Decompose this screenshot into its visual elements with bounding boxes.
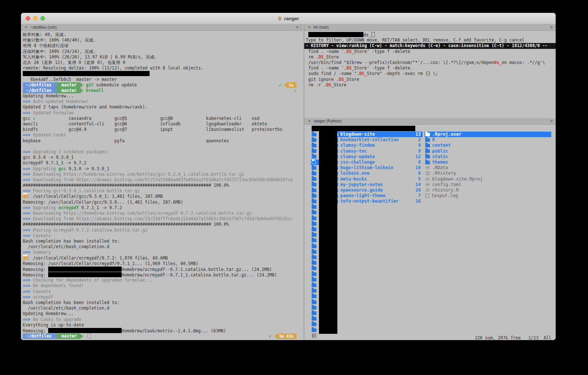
- terminal-text: Homebrew/ocrmypdf--9.7.1.catalina.bottle…: [122, 267, 272, 272]
- terminal-line: bindfs gcc@4.9 gcc@7 ipopt libuninamesli…: [23, 127, 303, 132]
- folder-icon: [312, 267, 316, 270]
- directory-row[interactable]: hugo-lithium-loikein10: [333, 165, 423, 171]
- terminal-line: ==> Updated Formulae: [23, 110, 303, 116]
- file-name: texput.log: [431, 193, 458, 199]
- pane-menu-icon[interactable]: ≡: [296, 24, 298, 31]
- pane-menu-icon[interactable]: ≡: [550, 24, 553, 31]
- terminal-text: gcc: [23, 116, 33, 121]
- window-titlebar[interactable]: ranger: [21, 13, 556, 24]
- terminal-text: [306, 32, 308, 38]
- directory-row[interactable]: clumsy-toc9: [333, 149, 423, 154]
- pane-menu-icon[interactable]: ≡: [550, 118, 553, 125]
- prompt-git-branch: master: [58, 333, 80, 339]
- terminal-text: rm .: [306, 54, 319, 60]
- directory-row[interactable]: css-challenge8: [333, 160, 423, 165]
- directory-row[interactable]: opensource.guide28: [333, 188, 423, 193]
- folder-icon: [312, 278, 316, 282]
- terminal-text: bindfs gcc@4.9 gcc@7 ipopt libuninamesli…: [23, 127, 282, 132]
- directory-row[interactable]: my-jupyter-notes14: [333, 182, 423, 188]
- pane-close-icon[interactable]: ✕: [308, 25, 311, 29]
- preview-row[interactable]: rhistory.R: [424, 188, 551, 193]
- folder-icon: [312, 317, 316, 321]
- terminal-text: on macos: .*//g'\: [502, 60, 545, 65]
- directory-row[interactable]: clumsy-update12: [333, 154, 423, 160]
- terminal-text: Store: [334, 82, 347, 88]
- terminal-line: Bash completion has been installed to:: [23, 300, 303, 306]
- terminal-line: ==> Pouring gcc-9.3.0_1.catalina.bottle.…: [23, 188, 303, 194]
- file-name: blogdown-site.Rproj: [432, 176, 483, 182]
- terminal-text: ds_: [363, 32, 371, 38]
- preview-row[interactable]: texput.log: [424, 193, 551, 199]
- terminal-line: keybase pyfa qownnotes: [23, 138, 303, 144]
- terminal-text: ✔: [33, 116, 36, 121]
- pane-title-ranger: ranger (Python): [313, 119, 341, 123]
- terminal-text: Store: [347, 77, 359, 82]
- terminal-text: awscli contentful-cli gcc@6 influxdb lgo…: [23, 121, 267, 126]
- directory-row[interactable]: pawoo-light-theme7: [333, 193, 423, 199]
- prompt-directory: ~/dotfiles: [23, 333, 55, 339]
- directory-name: hugo-lithium-loikein: [340, 165, 394, 171]
- success-check-icon: ✔: [279, 82, 282, 88]
- preview-row[interactable]: static: [424, 154, 551, 160]
- home-icon: [277, 16, 282, 21]
- terminal-line: Removing: Homebrew/Cask/motrix--1.4.1.dm…: [23, 328, 303, 333]
- terminal-text: find . -name '.: [306, 65, 347, 71]
- terminal-line: Type to filter, UP/DOWN move, RET/TAB se…: [306, 38, 556, 43]
- directory-row[interactable]: loikein.one6: [333, 171, 423, 176]
- preview-row[interactable]: .RData: [424, 165, 551, 171]
- preview-row[interactable]: content: [424, 143, 551, 148]
- terminal-text: Type to filter, UP/DOWN move, RET/TAB se…: [306, 38, 524, 43]
- terminal-line: awscli contentful-cli gcc@6 influxdb lgo…: [23, 121, 303, 127]
- redaction-box: [319, 126, 337, 334]
- terminal-line: Bash completion has been installed to:: [23, 239, 303, 244]
- folder-icon: [425, 144, 430, 147]
- directory-name: opensource.guide: [340, 188, 383, 193]
- directory-row[interactable]: tofu-output-beautifier16: [333, 199, 423, 204]
- terminal-text: ==>: [23, 205, 31, 210]
- directory-row[interactable]: meta-bucks5: [333, 176, 423, 182]
- terminal-text: ocrmypdf: [58, 205, 79, 210]
- preview-row[interactable]: .Rhistory: [424, 171, 551, 176]
- preview-row[interactable]: .Rproj.user: [424, 132, 551, 137]
- preview-row[interactable]: config.toml: [424, 182, 551, 188]
- terminal-text: ==>: [23, 110, 31, 115]
- terminal-line: /usr/local/etc/bash_completion.d: [23, 306, 303, 311]
- terminal-text: ==>: [23, 172, 31, 177]
- terminal-text: Removing: /usr/local/Cellar/ocrmypdf/9.7…: [23, 261, 198, 266]
- terminal-text: /usr/local/etc/bash_completion.d: [23, 306, 109, 311]
- directory-row[interactable]: clumsy-findme9: [333, 143, 423, 148]
- directory-row[interactable]: bookmarklet-collection2: [333, 137, 423, 143]
- directory-name: clumsy-toc: [340, 149, 367, 154]
- terminal-text: Auto-updated Homebrew!: [31, 99, 89, 104]
- directory-row[interactable]: blogdown-site13: [333, 132, 423, 137]
- folder-icon: [312, 289, 316, 293]
- terminal-line: 6be4a8f..5efb8c5 master -> master: [23, 77, 303, 82]
- preview-row[interactable]: themes: [424, 160, 551, 165]
- command-duration-badge: 5s: [284, 82, 297, 88]
- powerline-arrow-icon: [55, 333, 58, 339]
- terminal-text: ==>: [23, 294, 31, 300]
- preview-row[interactable]: blogdown-site.Rproj: [424, 176, 551, 182]
- terminal-text: 6be4a8f..5efb8c5 master -> master: [23, 77, 117, 82]
- item-count: 8: [418, 160, 423, 165]
- directory-name: content: [432, 143, 451, 148]
- success-check-icon: ✔: [269, 333, 272, 339]
- powerline-arrow-icon: [55, 82, 58, 88]
- preview-row[interactable]: R: [424, 137, 551, 143]
- terminal-text: DS_: [326, 82, 334, 88]
- preview-row[interactable]: public: [424, 149, 551, 154]
- terminal-text: ########################################…: [23, 183, 229, 188]
- folder-icon: [312, 300, 316, 304]
- terminal-line: ==> Downloading https://homebrew.bintray…: [23, 172, 303, 177]
- pane-close-icon[interactable]: ✕: [308, 119, 311, 123]
- terminal-text: DS_: [339, 77, 347, 82]
- terminal-line: ==> Upgrading ocrmypdf 9.7.1_1 -> 9.7.2: [23, 205, 303, 211]
- directory-name: static: [432, 154, 448, 160]
- terminal-text: git ignore .: [306, 77, 339, 82]
- pane-close-icon[interactable]: ✕: [24, 25, 28, 29]
- terminal-text: 总共 26 (差异 12), 复用 0 (差异 0), 包复用 0: [23, 60, 125, 65]
- pane-titlebar-ranger: ✕ranger (Python) ≡: [304, 118, 556, 125]
- terminal-line: ########################################…: [23, 222, 303, 227]
- prompt-directory: ~/dotfiles: [23, 88, 55, 93]
- item-count: 2: [418, 137, 423, 143]
